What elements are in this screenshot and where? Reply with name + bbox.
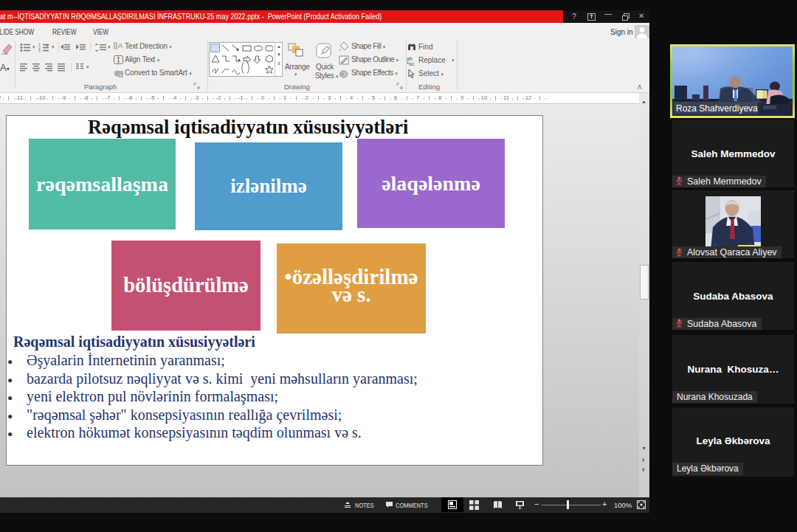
svg-text:Roza Shahverdiyeva: Roza Shahverdiyeva [676, 103, 758, 114]
svg-text:A: A [118, 42, 123, 49]
svg-text:3: 3 [38, 49, 41, 52]
svg-text:ab: ab [407, 56, 413, 61]
svg-text:ac: ac [409, 61, 415, 66]
